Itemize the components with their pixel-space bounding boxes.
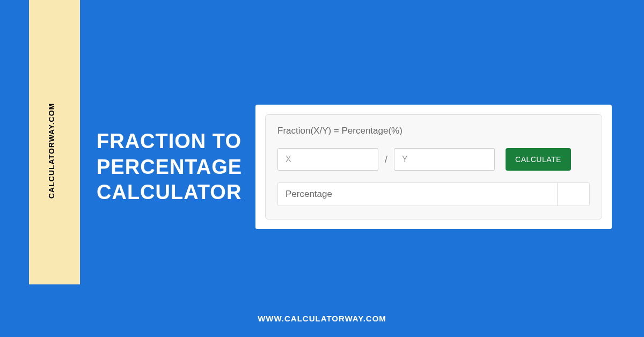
- brand-vertical-text: CALCULATORWAY.COM: [47, 103, 56, 199]
- denominator-input[interactable]: [394, 148, 495, 171]
- page-title: FRACTION TO PERCENTAGE CALCULATOR: [97, 129, 242, 206]
- result-label: Percentage: [278, 183, 557, 206]
- fraction-slash: /: [384, 154, 389, 165]
- title-line-1: FRACTION TO: [97, 129, 242, 155]
- result-row: Percentage: [277, 182, 590, 206]
- formula-label: Fraction(X/Y) = Percentage(%): [277, 126, 590, 136]
- calculator-panel: Fraction(X/Y) = Percentage(%) / CALCULAT…: [265, 114, 602, 219]
- title-line-2: PERCENTAGE: [97, 155, 242, 180]
- calculate-button[interactable]: CALCULATE: [506, 148, 571, 171]
- title-line-3: CALCULATOR: [97, 180, 242, 206]
- result-value: [557, 183, 589, 206]
- calculator-card: Fraction(X/Y) = Percentage(%) / CALCULAT…: [255, 105, 612, 229]
- footer-url: WWW.CALCULATORWAY.COM: [258, 314, 386, 323]
- input-row: / CALCULATE: [277, 148, 590, 171]
- numerator-input[interactable]: [277, 148, 378, 171]
